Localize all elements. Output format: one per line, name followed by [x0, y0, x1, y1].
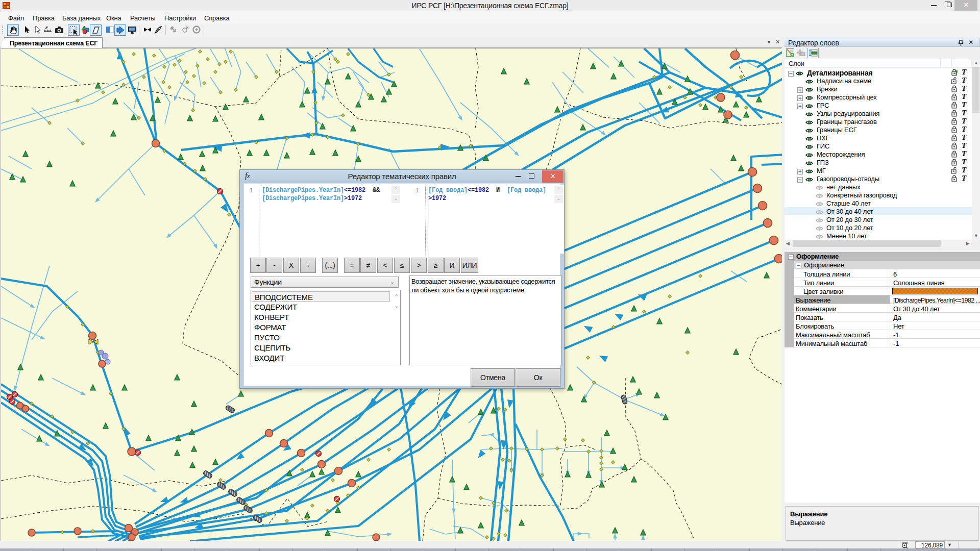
- svg-text:?: ?: [954, 69, 958, 76]
